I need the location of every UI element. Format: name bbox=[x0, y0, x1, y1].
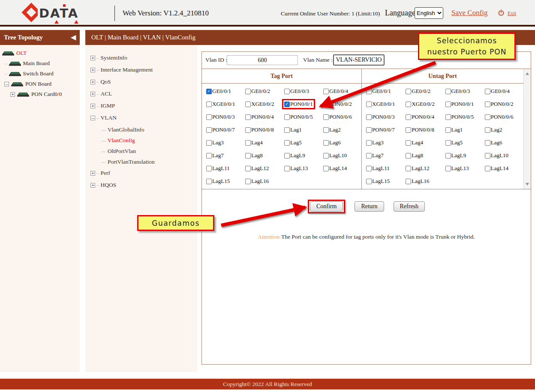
checkbox-tag-lag2[interactable] bbox=[323, 127, 329, 133]
checkbox-tag-pon0-0-4[interactable] bbox=[245, 114, 251, 120]
nav-subitem-vlanglobalinfo[interactable]: ---VlanGlobalInfo bbox=[90, 124, 197, 135]
checkbox-tag-lag3[interactable] bbox=[206, 140, 212, 146]
checkbox-untag-pon0-0-1[interactable] bbox=[445, 102, 451, 107]
checkbox-tag-lag1[interactable] bbox=[284, 127, 290, 133]
checkbox-tag-pon0-0-3[interactable] bbox=[206, 114, 212, 120]
checkbox-untag-pon0-0-3[interactable] bbox=[366, 114, 372, 120]
vlan-name-input[interactable] bbox=[333, 54, 385, 66]
checkbox-untag-ge0-0-3[interactable] bbox=[445, 89, 451, 94]
nav-item-qos[interactable]: +–QoS bbox=[90, 77, 197, 87]
nav-item-systeminfo[interactable]: +–SystemInfo bbox=[90, 53, 197, 63]
checkbox-untag-lag8[interactable] bbox=[406, 153, 411, 159]
checkbox-tag-lagl13[interactable] bbox=[284, 166, 290, 171]
checkbox-tag-pon0-0-7[interactable] bbox=[206, 127, 212, 133]
nav-subitem-label[interactable]: VlanConfig bbox=[108, 137, 135, 144]
nav-item-label[interactable]: VLAN bbox=[101, 114, 117, 121]
nav-item-acl[interactable]: +–ACL bbox=[90, 89, 197, 99]
checkbox-untag-pon0-0-4[interactable] bbox=[406, 114, 411, 120]
nav-item-vlan[interactable]: ––VLAN bbox=[90, 113, 197, 123]
nav-item-igmp[interactable]: +–IGMP bbox=[90, 101, 197, 111]
checkbox-untag-lagl9[interactable] bbox=[445, 153, 451, 159]
tree-node-switch-board[interactable]: –Switch Board bbox=[0, 69, 80, 79]
vlan-id-input[interactable] bbox=[227, 55, 298, 65]
tree-node-label[interactable]: OLT bbox=[16, 50, 27, 57]
checkbox-tag-xge0-0-2[interactable] bbox=[245, 102, 251, 107]
checkbox-untag-lag6[interactable] bbox=[485, 140, 490, 146]
checkbox-untag-lagl15[interactable] bbox=[366, 179, 372, 184]
checkbox-untag-lag3[interactable] bbox=[366, 140, 372, 146]
checkbox-tag-pon0-0-2[interactable] bbox=[323, 102, 329, 107]
checkbox-tag-ge0-0-1[interactable]: ✓ bbox=[206, 89, 212, 94]
checkbox-untag-lag5[interactable] bbox=[445, 140, 451, 146]
tree-node-pon-board[interactable]: –PON Board bbox=[0, 79, 80, 89]
tree-node-olt[interactable]: OLT bbox=[0, 48, 80, 58]
checkbox-tag-lag6[interactable] bbox=[323, 140, 329, 146]
checkbox-tag-lagl16[interactable] bbox=[245, 179, 251, 184]
nav-subitem-oltportvlan[interactable]: ---OltPortVlan bbox=[90, 146, 197, 156]
tree-node-label[interactable]: Switch Board bbox=[23, 70, 54, 77]
checkbox-tag-pon0-0-5[interactable] bbox=[284, 114, 290, 120]
checkbox-tag-ge0-0-2[interactable] bbox=[245, 89, 251, 94]
save-config-link[interactable]: Save Config bbox=[451, 9, 488, 17]
checkbox-untag-lagl14[interactable] bbox=[485, 166, 490, 171]
nav-item-hqos[interactable]: +–HQOS bbox=[90, 180, 197, 190]
nav-subitem-label[interactable]: VlanGlobalInfo bbox=[108, 126, 144, 133]
plus-box-icon[interactable]: + bbox=[90, 171, 95, 176]
nav-subitem-vlanconfig[interactable]: ---VlanConfig bbox=[90, 135, 197, 146]
tree-node-label[interactable]: Main Board bbox=[23, 60, 50, 67]
checkbox-untag-lagl16[interactable] bbox=[406, 179, 411, 184]
nav-item-label[interactable]: ACL bbox=[101, 90, 112, 97]
nav-item-interface-management[interactable]: +–Interface Management bbox=[90, 65, 197, 75]
plus-box-icon[interactable]: + bbox=[10, 92, 15, 97]
nav-subitem-label[interactable]: OltPortVlan bbox=[108, 148, 136, 155]
checkbox-untag-ge0-0-1[interactable] bbox=[366, 89, 372, 94]
checkbox-tag-lagl12[interactable] bbox=[245, 166, 251, 171]
nav-item-label[interactable]: QoS bbox=[101, 78, 111, 85]
nav-item-label[interactable]: Perf bbox=[101, 170, 111, 177]
checkbox-tag-lagl14[interactable] bbox=[323, 166, 329, 171]
minus-box-icon[interactable]: – bbox=[90, 116, 95, 120]
nav-item-perf[interactable]: +–Perf bbox=[90, 168, 197, 178]
checkbox-tag-pon0-0-1[interactable]: ✓ bbox=[284, 102, 290, 107]
checkbox-untag-pon0-0-2[interactable] bbox=[485, 102, 490, 107]
nav-subitem-label[interactable]: PortVlanTranslation bbox=[108, 159, 155, 165]
checkbox-untag-lagl13[interactable] bbox=[445, 166, 451, 171]
checkbox-tag-ge0-0-4[interactable] bbox=[323, 89, 329, 94]
table-scrollbar[interactable] bbox=[523, 69, 531, 189]
nav-item-label[interactable]: SystemInfo bbox=[101, 54, 127, 61]
checkbox-untag-lag4[interactable] bbox=[406, 140, 411, 146]
checkbox-tag-pon0-0-8[interactable] bbox=[245, 127, 251, 133]
checkbox-tag-lagl9[interactable] bbox=[284, 153, 290, 159]
tree-node-label[interactable]: PON Card0/0 bbox=[31, 91, 62, 98]
nav-item-label[interactable]: Interface Management bbox=[101, 66, 153, 73]
plus-box-icon[interactable]: + bbox=[90, 80, 95, 84]
nav-item-label[interactable]: HQOS bbox=[101, 182, 117, 189]
checkbox-tag-lag5[interactable] bbox=[284, 140, 290, 146]
checkbox-tag-ge0-0-3[interactable] bbox=[284, 89, 290, 94]
scroll-up-icon[interactable] bbox=[526, 72, 529, 75]
plus-box-icon[interactable]: + bbox=[90, 104, 95, 108]
checkbox-untag-pon0-0-5[interactable] bbox=[445, 114, 451, 120]
refresh-button[interactable]: Refresh bbox=[394, 201, 425, 212]
checkbox-untag-lagl11[interactable] bbox=[366, 166, 372, 171]
checkbox-untag-xge0-0-1[interactable] bbox=[366, 102, 372, 107]
minus-box-icon[interactable]: – bbox=[4, 82, 9, 87]
checkbox-tag-pon0-0-6[interactable] bbox=[323, 114, 329, 120]
checkbox-tag-xge0-0-1[interactable] bbox=[206, 102, 212, 107]
checkbox-tag-lagl15[interactable] bbox=[206, 179, 212, 184]
nav-item-label[interactable]: IGMP bbox=[101, 102, 115, 109]
return-button[interactable]: Return bbox=[355, 201, 384, 212]
checkbox-untag-ge0-0-2[interactable] bbox=[406, 89, 411, 94]
nav-subitem-portvlantranslation[interactable]: ---PortVlanTranslation bbox=[90, 156, 197, 167]
checkbox-untag-pon0-0-7[interactable] bbox=[366, 127, 372, 133]
checkbox-untag-ge0-0-4[interactable] bbox=[485, 89, 490, 94]
language-select[interactable]: English bbox=[415, 7, 443, 19]
checkbox-untag-lag1[interactable] bbox=[445, 127, 451, 133]
checkbox-tag-lag4[interactable] bbox=[245, 140, 251, 146]
plus-box-icon[interactable]: + bbox=[90, 68, 95, 72]
plus-box-icon[interactable]: + bbox=[90, 183, 95, 188]
power-icon[interactable] bbox=[498, 9, 505, 16]
checkbox-untag-lag2[interactable] bbox=[485, 127, 490, 133]
plus-box-icon[interactable]: + bbox=[90, 92, 95, 96]
tree-node-main-board[interactable]: –Main Board bbox=[0, 58, 80, 69]
